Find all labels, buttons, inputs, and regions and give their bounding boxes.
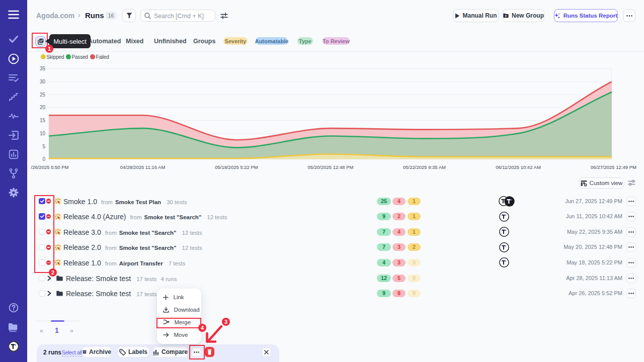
svg-text:30: 30	[40, 79, 46, 84]
svg-text:35: 35	[40, 66, 46, 71]
svg-text:10: 10	[40, 131, 46, 136]
svg-text:04/28/2025 11:16 AM: 04/28/2025 11:16 AM	[120, 164, 166, 170]
svg-text:05/18/2025 5:22 PM: 05/18/2025 5:22 PM	[215, 164, 258, 170]
svg-text:15: 15	[40, 118, 46, 123]
svg-text:06/27/2025 12:49 PM: 06/27/2025 12:49 PM	[591, 164, 636, 170]
svg-text:/26/2025 5:50 PM: /26/2025 5:50 PM	[31, 164, 69, 170]
svg-text:06/11/2025 10:42 AM: 06/11/2025 10:42 AM	[496, 164, 541, 170]
svg-text:5: 5	[42, 144, 45, 149]
svg-text:0: 0	[42, 156, 45, 162]
svg-text:05/22/2025 9:35 AM: 05/22/2025 9:35 AM	[403, 164, 446, 170]
svg-text:25: 25	[40, 92, 46, 98]
svg-text:05/20/2025 12:48 PM: 05/20/2025 12:48 PM	[308, 164, 354, 170]
svg-text:20: 20	[40, 105, 46, 110]
